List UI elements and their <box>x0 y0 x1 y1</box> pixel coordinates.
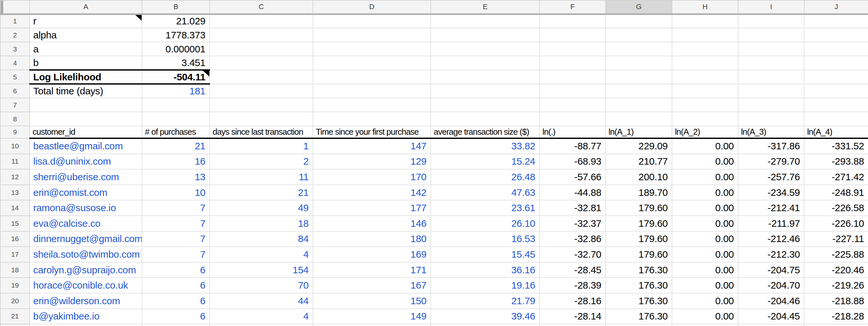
cell-B20[interactable]: 6 <box>142 293 210 309</box>
cell-A12[interactable]: sherri@uberise.com <box>30 169 142 185</box>
cell-H22[interactable] <box>672 324 738 326</box>
cell-E20[interactable]: 21.79 <box>431 293 539 309</box>
cell-H11[interactable]: 0.00 <box>672 154 738 169</box>
cell-I17[interactable]: -212.30 <box>738 247 804 262</box>
cell-B4[interactable]: 3.451 <box>142 56 210 70</box>
cell-H8[interactable] <box>672 112 738 126</box>
cell-H10[interactable]: 0.00 <box>672 138 738 154</box>
cell-B12[interactable]: 13 <box>142 169 210 185</box>
cell-G17[interactable]: 179.60 <box>606 247 672 262</box>
cell-G13[interactable]: 189.70 <box>606 185 672 200</box>
cell-E8[interactable] <box>431 112 539 126</box>
cell-A22[interactable] <box>30 324 142 326</box>
cell-B15[interactable]: 7 <box>142 216 210 231</box>
cell-D19[interactable]: 167 <box>313 278 431 293</box>
cell-E14[interactable]: 23.61 <box>431 200 539 216</box>
row-header-6[interactable]: 6 <box>0 84 30 98</box>
cell-B10[interactable]: 21 <box>142 138 210 154</box>
cell-J8[interactable] <box>804 112 868 126</box>
cell-C10[interactable]: 1 <box>210 138 313 154</box>
cell-C9[interactable]: days since last transaction <box>210 126 313 138</box>
cell-A10[interactable]: beastlee@gmail.com <box>30 138 142 154</box>
cell-J6[interactable] <box>804 84 868 98</box>
cell-I9[interactable]: ln(A_3) <box>738 126 804 138</box>
cell-F3[interactable] <box>539 42 606 56</box>
cell-B7[interactable] <box>142 98 210 112</box>
cell-C20[interactable]: 44 <box>210 293 313 309</box>
cell-G10[interactable]: 229.09 <box>606 138 672 154</box>
cell-F17[interactable]: -32.70 <box>539 247 606 262</box>
cell-D10[interactable]: 147 <box>313 138 431 154</box>
cell-G4[interactable] <box>606 56 672 70</box>
cell-A17[interactable]: sheila.soto@twimbo.com <box>30 247 142 262</box>
cell-A2[interactable]: alpha <box>30 28 142 42</box>
cell-B11[interactable]: 16 <box>142 154 210 169</box>
cell-H12[interactable]: 0.00 <box>672 169 738 185</box>
cell-J11[interactable]: -293.88 <box>804 154 868 169</box>
cell-D15[interactable]: 146 <box>313 216 431 231</box>
cell-D20[interactable]: 150 <box>313 293 431 309</box>
cell-F8[interactable] <box>539 112 606 126</box>
cell-I8[interactable] <box>738 112 804 126</box>
cell-D17[interactable]: 169 <box>313 247 431 262</box>
cell-H1[interactable] <box>672 14 738 28</box>
cell-J1[interactable] <box>804 14 868 28</box>
cell-D4[interactable] <box>313 56 431 70</box>
select-all-corner[interactable] <box>0 0 30 14</box>
cell-A15[interactable]: eva@calcise.co <box>30 216 142 231</box>
cell-F21[interactable]: -28.14 <box>539 309 606 324</box>
cell-B16[interactable]: 7 <box>142 231 210 247</box>
column-header-J[interactable]: J <box>804 0 868 14</box>
row-header-18[interactable]: 18 <box>0 262 30 278</box>
cell-G2[interactable] <box>606 28 672 42</box>
cell-B21[interactable]: 6 <box>142 309 210 324</box>
cell-C5[interactable] <box>210 70 313 84</box>
cell-G11[interactable]: 210.77 <box>606 154 672 169</box>
row-header-4[interactable]: 4 <box>0 56 30 70</box>
cell-C13[interactable]: 21 <box>210 185 313 200</box>
cell-E22[interactable] <box>431 324 539 326</box>
cell-I7[interactable] <box>738 98 804 112</box>
cell-I14[interactable]: -212.41 <box>738 200 804 216</box>
cell-E12[interactable]: 26.48 <box>431 169 539 185</box>
row-header-19[interactable]: 19 <box>0 278 30 293</box>
cell-F9[interactable]: ln(.) <box>539 126 606 138</box>
cell-F2[interactable] <box>539 28 606 42</box>
cell-G19[interactable]: 176.30 <box>606 278 672 293</box>
cell-E13[interactable]: 47.63 <box>431 185 539 200</box>
cell-J7[interactable] <box>804 98 868 112</box>
cell-G16[interactable]: 179.60 <box>606 231 672 247</box>
cell-B13[interactable]: 10 <box>142 185 210 200</box>
row-header-14[interactable]: 14 <box>0 200 30 216</box>
cell-F7[interactable] <box>539 98 606 112</box>
cell-C8[interactable] <box>210 112 313 126</box>
cell-C11[interactable]: 2 <box>210 154 313 169</box>
cell-D14[interactable]: 177 <box>313 200 431 216</box>
cell-E15[interactable]: 26.10 <box>431 216 539 231</box>
cell-C12[interactable]: 11 <box>210 169 313 185</box>
cell-D3[interactable] <box>313 42 431 56</box>
cell-E6[interactable] <box>431 84 539 98</box>
cell-I16[interactable]: -212.46 <box>738 231 804 247</box>
cell-F4[interactable] <box>539 56 606 70</box>
cell-B2[interactable]: 1778.373 <box>142 28 210 42</box>
cell-J21[interactable]: -218.28 <box>804 309 868 324</box>
cell-I15[interactable]: -211.97 <box>738 216 804 231</box>
cell-B9[interactable]: # of purchases <box>142 126 210 138</box>
cell-H16[interactable]: 0.00 <box>672 231 738 247</box>
cell-G5[interactable] <box>606 70 672 84</box>
column-header-F[interactable]: F <box>539 0 606 14</box>
cell-H20[interactable]: 0.00 <box>672 293 738 309</box>
cell-A20[interactable]: erin@wilderson.com <box>30 293 142 309</box>
cell-F12[interactable]: -57.66 <box>539 169 606 185</box>
cell-B5[interactable]: -504.11 <box>142 70 210 84</box>
cell-A11[interactable]: lisa.d@uninix.com <box>30 154 142 169</box>
cell-C21[interactable]: 4 <box>210 309 313 324</box>
cell-I2[interactable] <box>738 28 804 42</box>
cell-A8[interactable] <box>30 112 142 126</box>
cell-I18[interactable]: -204.75 <box>738 262 804 278</box>
cell-E21[interactable]: 39.46 <box>431 309 539 324</box>
cell-A6[interactable]: Total time (days) <box>30 84 142 98</box>
cell-J10[interactable]: -331.52 <box>804 138 868 154</box>
cell-I5[interactable] <box>738 70 804 84</box>
